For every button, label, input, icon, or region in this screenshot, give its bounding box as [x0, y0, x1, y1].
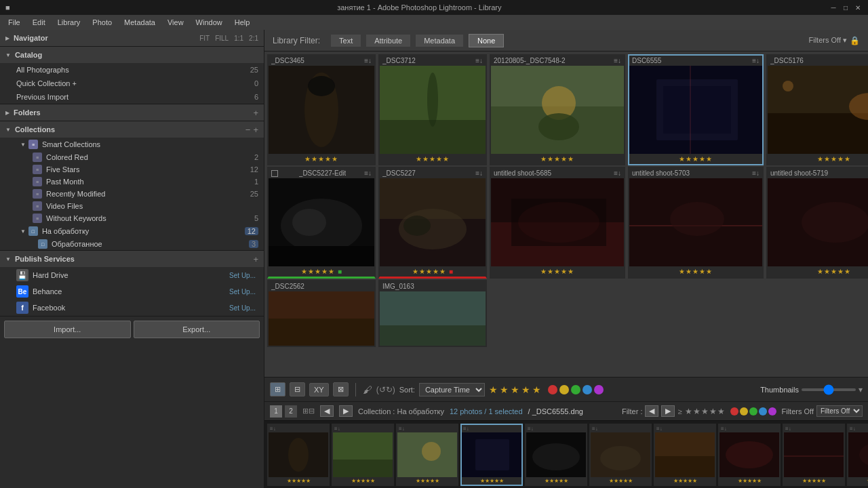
film-cell-4[interactable]: ≡↓ ★★★★★ [460, 424, 523, 486]
color-red[interactable] [548, 385, 557, 394]
photo-cell-dsc7548[interactable]: 20120805-_DSC7548-2 ≡↓ [490, 54, 625, 165]
star-1[interactable]: ★ [489, 384, 498, 395]
compare-view-btn[interactable]: XY [309, 383, 329, 396]
filters-off-label[interactable]: Filters Off ▾ [808, 36, 847, 45]
collections-plus[interactable]: + [253, 125, 258, 135]
import-button[interactable]: Import... [4, 321, 131, 338]
menu-view[interactable]: View [162, 17, 189, 28]
film-cell-2[interactable]: ≡↓ ★★★★★ [332, 424, 394, 486]
film-cell-10[interactable]: ≡↓ ★★★★★ [847, 424, 868, 486]
fstar-5[interactable]: ★ [717, 407, 725, 416]
catalog-header[interactable]: ▼ Catalog [0, 47, 264, 63]
navigator-1to1[interactable]: 1:1 [234, 35, 243, 42]
photo-cell-shoot-5719[interactable]: untitled shoot-5719 ≡↓ ★★★★★ [766, 167, 868, 279]
navigator-2to1[interactable]: 2:1 [249, 35, 258, 42]
folders-add[interactable]: + [253, 108, 258, 118]
navigator-fit[interactable]: FIT [199, 35, 210, 42]
menu-metadata[interactable]: Metadata [119, 17, 161, 28]
film-cell-1[interactable]: ≡↓ ★★★★★ [267, 424, 330, 486]
photo-cell-dsc3465[interactable]: _DSC3465 ≡↓ ★★★★★ [267, 54, 376, 165]
photo-cell-img0163[interactable]: IMG_0163 [378, 280, 487, 347]
menu-help[interactable]: Help [229, 17, 256, 28]
photo-cell-shoot-5685[interactable]: untitled shoot-5685 ≡↓ [490, 167, 625, 279]
publish-behance[interactable]: Be Behance Set Up... [0, 283, 264, 300]
status-red[interactable] [730, 407, 738, 415]
folders-header[interactable]: ▶ Folders + [0, 104, 264, 121]
fstar-4[interactable]: ★ [709, 407, 717, 416]
thumb-expand-icon[interactable]: ▾ [859, 385, 863, 394]
photo-cell-dsc5176[interactable]: _DSC5176 ≡↓ ★★★★★ [766, 54, 868, 165]
photo-cell-dsc3712[interactable]: _DSC3712 ≡↓ ★★★★★ [378, 54, 487, 165]
thumbnail-size-slider[interactable] [802, 388, 856, 391]
nav-next-btn[interactable]: ▶ [339, 405, 353, 417]
smart-coll-recently-modified[interactable]: ≡ Recently Modified 25 [0, 188, 264, 200]
color-green[interactable] [571, 385, 580, 394]
catalog-all-photos[interactable]: All Photographs 25 [0, 63, 264, 77]
survey-view-btn[interactable]: ⊠ [333, 382, 349, 396]
film-cell-3[interactable]: ≡↓ ★★★★★ [396, 424, 458, 486]
filters-off-select[interactable]: Filters Off [816, 405, 863, 417]
na-obrabotku-group[interactable]: ▼ □ На обработку 12 [0, 224, 264, 238]
photo-cell-dsc2562[interactable]: _DSC2562 [267, 280, 376, 347]
filter-text-btn[interactable]: Text [331, 35, 361, 47]
status-blue[interactable] [759, 407, 767, 415]
smart-coll-video-files[interactable]: ≡ Video Files [0, 200, 264, 212]
menu-library[interactable]: Library [52, 17, 86, 28]
photo-cell-dsc5227-edit[interactable]: _DSC5227-Edit ≡↓ ★ [267, 167, 376, 279]
lock-icon[interactable]: 🔒 [850, 36, 860, 45]
film-cell-9[interactable]: ≡↓ ★★★★★ [783, 424, 845, 486]
maximize-button[interactable]: □ [841, 3, 850, 12]
status-purple[interactable] [768, 407, 776, 415]
publish-services-header[interactable]: ▼ Publish Services + [0, 251, 264, 267]
navigator-header[interactable]: ▶ Navigator FIT FILL 1:1 2:1 [0, 30, 264, 46]
collections-header[interactable]: ▼ Collections − + [0, 121, 264, 138]
catalog-previous-import[interactable]: Previous Import 6 [0, 90, 264, 104]
filter-none-btn[interactable]: None [469, 34, 504, 47]
checkbox[interactable] [271, 170, 278, 177]
publish-facebook[interactable]: f Facebook Set Up... [0, 300, 264, 316]
photo-cell-dsc6555[interactable]: DSC6555 ≡↓ ★★★★★ [628, 54, 764, 165]
star-4[interactable]: ★ [521, 384, 530, 395]
fstar-1[interactable]: ★ [685, 407, 692, 416]
color-yellow[interactable] [559, 385, 569, 394]
menu-window[interactable]: Window [191, 17, 228, 28]
film-cell-5[interactable]: ≡↓ ★★★★★ [525, 424, 587, 486]
filter-nav-next[interactable]: ▶ [661, 405, 675, 417]
smart-coll-five-stars[interactable]: ≡ Five Stars 12 [0, 163, 264, 176]
publish-hard-drive[interactable]: 💾 Hard Drive Set Up... [0, 267, 264, 283]
menu-file[interactable]: File [3, 17, 26, 28]
obrabotannoe-item[interactable]: □ Обработанное 3 [0, 238, 264, 250]
smart-collections-group[interactable]: ▼ ≡ Smart Collections [0, 138, 264, 151]
smart-coll-without-keywords[interactable]: ≡ Without Keywords 5 [0, 212, 264, 224]
filter-nav-prev[interactable]: ◀ [645, 405, 658, 417]
photo-cell-shoot-5703[interactable]: untitled shoot-5703 ≡↓ ★★★★★ [628, 167, 764, 279]
star-5[interactable]: ★ [532, 384, 541, 395]
grid-toggle[interactable]: ⊞⊟ [302, 407, 315, 415]
star-2[interactable]: ★ [500, 384, 509, 395]
film-cell-7[interactable]: ≡↓ ★★★★★ [654, 424, 716, 486]
menu-photo[interactable]: Photo [87, 17, 117, 28]
minimize-button[interactable]: ─ [829, 3, 838, 12]
sort-select[interactable]: Capture Time File Name Rating [419, 383, 485, 396]
hard-drive-setup-btn[interactable]: Set Up... [226, 271, 258, 280]
loupe-view-btn[interactable]: ⊟ [290, 382, 305, 396]
facebook-setup-btn[interactable]: Set Up... [226, 304, 258, 312]
behance-setup-btn[interactable]: Set Up... [226, 287, 258, 296]
smart-coll-past-month[interactable]: ≡ Past Month 1 [0, 176, 264, 188]
film-cell-6[interactable]: ≡↓ ★★★★★ [589, 424, 652, 486]
export-button[interactable]: Export... [134, 321, 260, 338]
collections-minus[interactable]: − [245, 125, 251, 135]
star-3[interactable]: ★ [511, 384, 519, 395]
photo-cell-dsc5227[interactable]: _DSC5227 ≡↓ ★★★★★ [378, 167, 487, 279]
color-purple[interactable] [594, 385, 604, 394]
page-1[interactable]: 1 [270, 405, 282, 418]
film-cell-8[interactable]: ≡↓ ★★★★★ [718, 424, 781, 486]
menu-edit[interactable]: Edit [27, 17, 51, 28]
catalog-quick-collection[interactable]: Quick Collection + 0 [0, 77, 264, 90]
status-yellow[interactable] [740, 407, 748, 415]
color-blue[interactable] [583, 385, 592, 394]
grid-view-btn[interactable]: ⊞ [270, 382, 285, 396]
publish-services-plus[interactable]: + [253, 254, 258, 264]
nav-prev-btn[interactable]: ◀ [320, 405, 334, 417]
navigator-fill[interactable]: FILL [215, 35, 229, 42]
